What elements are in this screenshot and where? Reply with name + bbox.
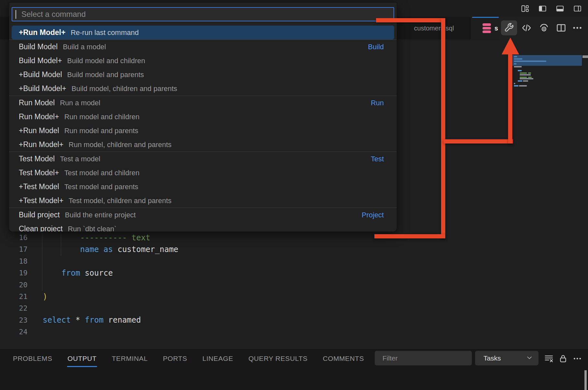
palette-item-description: Run model and parents [64,127,139,135]
minimap-bar [514,83,515,84]
panel-scrollbar[interactable] [584,370,587,390]
palette-item[interactable]: Clean projectRun `dbt clean` [12,222,394,232]
palette-item-label: Test Model [19,155,55,163]
palette-item[interactable]: +Run Model+Re-run last command [12,26,394,40]
palette-item[interactable]: +Test Model+Test model, children and par… [12,194,394,208]
palette-item[interactable]: +Run ModelRun model and parents [12,124,394,138]
line-number: 24 [0,328,28,336]
filter-input[interactable] [375,351,472,365]
palette-item-category: Run [371,99,384,107]
bottom-panel: PROBLEMSOUTPUTTERMINALPORTSLINEAGEQUERY … [0,348,588,390]
line-number: 17 [0,245,28,253]
minimap-bar [528,73,531,74]
preview-eye-icon[interactable] [537,20,551,35]
chevron-down-icon [526,355,533,361]
panel-more-actions-icon[interactable] [571,353,583,364]
palette-item-description: Re-run last command [71,29,139,37]
code-icon[interactable] [519,20,534,35]
tasks-dropdown[interactable]: Tasks [475,351,538,365]
minimap-bar [514,58,522,60]
minimap-bar [520,78,533,79]
minimap-bar [514,61,546,62]
panel-tab-query-results[interactable]: QUERY RESULTS [249,351,308,368]
tab-label: customers.sql [414,25,454,32]
code-line: 23select * from renamed [0,314,141,326]
lock-icon[interactable] [557,353,569,364]
palette-item-label: +Run Model [19,126,59,135]
panel-tab-terminal[interactable]: TERMINAL [112,351,148,368]
toggle-sidebar-right-icon[interactable] [572,4,582,13]
palette-item[interactable]: +Build Model+Build model, children and p… [12,82,394,96]
toggle-panel-icon[interactable] [555,4,565,13]
panel-tab-output[interactable]: OUTPUT [68,351,97,368]
panel-tab-problems[interactable]: PROBLEMS [13,351,52,368]
panel-tab-lineage[interactable]: LINEAGE [202,351,233,368]
palette-item-description: Test a model [60,155,100,163]
panel-tab-comments[interactable]: COMMENTS [323,351,364,368]
clear-output-icon[interactable] [543,353,555,364]
line-number: 19 [0,269,28,277]
palette-item-label: +Test Model+ [19,196,63,205]
palette-item[interactable]: Test Model+Test model and children [12,166,394,180]
text-caret [16,10,16,19]
tasks-dropdown-label: Tasks [483,354,501,362]
minimap-bar [520,77,527,78]
palette-item-label: +Build Model [19,70,62,79]
toggle-sidebar-left-icon[interactable] [538,4,547,13]
minimap[interactable] [512,55,582,97]
palette-item[interactable]: +Test ModelTest model and parents [12,180,394,194]
code-line: 16 ---------- text [0,232,150,244]
minimap-bar [519,85,527,86]
command-list: +Run Model+Re-run last commandBuild Mode… [9,26,397,232]
palette-item-label: Run Model [19,98,55,107]
dbt-database-icon [483,23,491,33]
palette-item[interactable]: +Build ModelBuild model and parents [12,68,394,82]
annotation-branch-horizontal [444,139,513,143]
palette-item-description: Build a model [63,43,106,51]
minimap-bar [514,63,516,64]
tab-active-partial[interactable]: s [471,17,500,40]
minimap-bar [520,73,527,74]
palette-item[interactable]: Build projectBuild the entire projectPro… [12,208,394,222]
minimap-bar [514,66,522,67]
palette-item-description: Test model and parents [64,183,139,191]
palette-item-label: Build Model [19,42,58,51]
minimap-bar [520,74,531,75]
command-input-wrap [9,3,397,21]
more-actions-icon[interactable] [570,20,584,35]
annotation-line-vertical [441,18,445,238]
palette-item[interactable]: Run Model+Run model and children [12,110,394,124]
editor-scrollbar-thumb[interactable] [582,55,588,58]
wrench-icon[interactable] [501,20,517,35]
minimap-bar [523,80,528,82]
tab-label: s [494,25,498,32]
customize-layout-icon[interactable] [520,4,530,13]
command-palette: +Run Model+Re-run last commandBuild Mode… [9,3,397,232]
line-number: 22 [0,304,28,312]
palette-item[interactable]: Build Model+Build model and children [12,54,394,68]
vscode-window: customers.sql s [0,0,588,390]
palette-item-description: Build model and parents [67,71,144,79]
command-input[interactable] [12,7,394,21]
palette-item-description: Run model and children [64,113,139,121]
palette-item[interactable]: +Run Model+Run model, children and paren… [12,138,394,152]
palette-item[interactable]: Build ModelBuild a modelBuild [12,40,394,54]
code-line: 19 from source [0,267,113,279]
line-number: 20 [0,281,28,289]
palette-item-description: Build model, children and parents [72,85,177,93]
panel-tab-ports[interactable]: PORTS [163,351,187,368]
minimap-bar [514,85,518,86]
palette-item-category: Test [371,155,384,163]
line-number: 23 [0,316,28,324]
palette-item-description: Run a model [60,99,100,107]
code-line: 22 [0,302,43,314]
minimap-bar [528,77,532,78]
palette-item-label: +Run Model+ [19,28,65,37]
annotation-arrow-shaft [508,52,512,143]
palette-item[interactable]: Run ModelRun a modelRun [12,96,394,110]
split-editor-icon[interactable] [554,20,568,35]
line-number: 21 [0,292,28,301]
palette-item-label: Clean project [19,224,63,232]
palette-item[interactable]: Test ModelTest a modelTest [12,152,394,166]
code-line: 18 [0,255,43,267]
